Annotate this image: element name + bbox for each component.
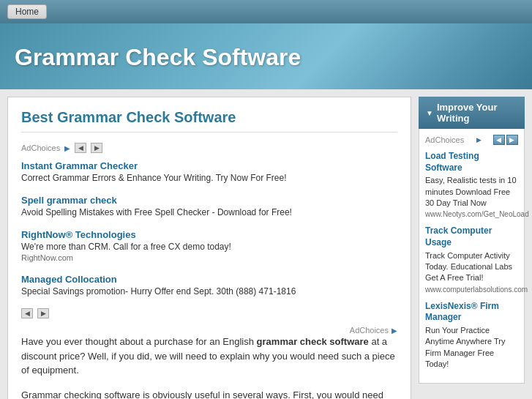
- footer-paragraph: Grammar checking software is obviously u…: [21, 388, 397, 400]
- sidebar-item-link-2[interactable]: Track Computer Usage: [425, 225, 518, 248]
- ad-link-3[interactable]: RightNow® Technologies: [21, 229, 397, 240]
- sidebar-item-2: Track Computer Usage Track Computer Acti…: [425, 225, 518, 293]
- sidebar-header-label: Improve Your Writing: [437, 102, 517, 124]
- ad-nav-bottom: ◀ ▶: [21, 308, 397, 318]
- ad-desc-3: We're more than CRM. Call for a free CX …: [21, 242, 397, 252]
- sidebar-content: AdChoices ▶ ◀ ▶ Load Testing Software Ea…: [419, 129, 525, 384]
- header-banner: Grammar Check Software: [0, 23, 532, 89]
- sidebar-ad-choices-label: AdChoices: [425, 135, 464, 144]
- ad-choices-bar-top: AdChoices ▶ ◀ ▶: [21, 143, 397, 153]
- sidebar-item-link-3[interactable]: LexisNexis® Firm Manager: [425, 301, 518, 324]
- ad-desc-2: Avoid Spelling Mistakes with Free Spell …: [21, 207, 397, 217]
- sidebar-nav-next[interactable]: ▶: [506, 135, 518, 145]
- intro-text-1: Have you ever thought about a purchase f…: [21, 336, 257, 347]
- sidebar-item-link-1[interactable]: Load Testing Software: [425, 151, 518, 174]
- main-wrapper: Best Grammar Check Software AdChoices ▶ …: [0, 89, 532, 399]
- sidebar-ad-triangle: ▶: [476, 136, 482, 143]
- main-paragraph: Have you ever thought about a purchase f…: [21, 335, 397, 378]
- sidebar-item-3: LexisNexis® Firm Manager Run Your Practi…: [425, 301, 518, 370]
- sidebar-item-desc-1: Easy, Realistic tests in 10 minutes Down…: [425, 175, 518, 209]
- page-title: Grammar Check Software: [15, 44, 517, 71]
- sidebar-nav-buttons: ◀ ▶: [493, 135, 518, 145]
- ad-desc-1: Correct Grammar Errors & Enhance Your Wr…: [21, 173, 397, 183]
- ad-item-4: Managed Collocation Special Savings prom…: [21, 274, 397, 297]
- sidebar-item-desc-2: Track Computer Activity Today. Education…: [425, 250, 518, 284]
- ad-choices-triangle-bottom: ▶: [391, 327, 397, 335]
- sidebar-header: ▼ Improve Your Writing: [419, 97, 525, 129]
- ad-item-2: Spell grammar check Avoid Spelling Mista…: [21, 195, 397, 217]
- sidebar-nav-prev[interactable]: ◀: [493, 135, 505, 145]
- ad-item-3: RightNow® Technologies We're more than C…: [21, 229, 397, 262]
- home-button[interactable]: Home: [7, 4, 47, 19]
- ad-nav-next-top[interactable]: ▶: [91, 143, 102, 153]
- ad-nav-next-bottom[interactable]: ▶: [37, 308, 49, 318]
- intro-bold: grammar check software: [257, 336, 369, 347]
- ad-url-3: RightNow.com: [21, 253, 397, 262]
- top-nav: Home: [0, 0, 532, 23]
- sidebar-ad-choices: AdChoices ▶ ◀ ▶: [425, 135, 518, 145]
- ad-link-2[interactable]: Spell grammar check: [21, 195, 397, 206]
- sidebar-item-desc-3: Run Your Practice Anytime Anywhere Try F…: [425, 325, 518, 370]
- ad-desc-4: Special Savings promotion- Hurry Offer e…: [21, 286, 397, 297]
- ad-choices-bar-bottom: AdChoices ▶: [21, 326, 397, 335]
- ad-choices-label-top: AdChoices: [21, 143, 60, 152]
- right-sidebar: ▼ Improve Your Writing AdChoices ▶ ◀ ▶ L…: [419, 97, 525, 399]
- ad-link-4[interactable]: Managed Collocation: [21, 274, 397, 285]
- ad-nav-prev-bottom[interactable]: ◀: [21, 308, 33, 318]
- ad-link-1[interactable]: Instant Grammar Checker: [21, 160, 397, 171]
- ad-choices-triangle-top: ▶: [64, 144, 70, 152]
- sidebar-item-1: Load Testing Software Easy, Realistic te…: [425, 151, 518, 218]
- sidebar-item-url-1: www.Neotys.com/Get_NeoLoad: [425, 210, 518, 218]
- ad-nav-prev-top[interactable]: ◀: [75, 143, 86, 153]
- ad-choices-label-bottom: AdChoices: [350, 326, 389, 335]
- left-content: Best Grammar Check Software AdChoices ▶ …: [7, 97, 411, 399]
- sidebar-item-url-2: www.computerlabsolutions.com: [425, 286, 518, 294]
- section-heading: Best Grammar Check Software: [21, 109, 397, 133]
- ad-item-1: Instant Grammar Checker Correct Grammar …: [21, 160, 397, 183]
- sidebar-collapse-icon[interactable]: ▼: [426, 109, 433, 117]
